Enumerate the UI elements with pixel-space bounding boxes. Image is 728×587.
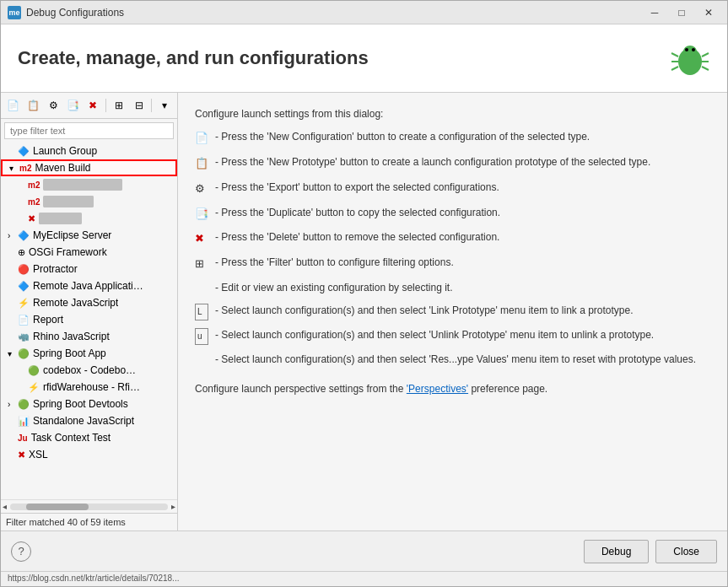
codebox-icon: 🟢 (28, 365, 40, 376)
toolbar-separator-1 (105, 99, 106, 112)
new-config-button[interactable]: 📄 (4, 96, 23, 115)
tree-item-redacted-3[interactable]: ✖ ██████ (1, 210, 177, 227)
more-dropdown-button[interactable]: ▾ (155, 96, 174, 115)
tree-item-osgi-framework[interactable]: ⊕ OSGi Framework (1, 244, 177, 261)
scroll-thumb[interactable] (26, 504, 89, 510)
tree-item-redacted-2[interactable]: m2 ███████ (1, 193, 177, 210)
horizontal-scrollbar[interactable]: ◂ ▸ (1, 499, 177, 513)
myeclipse-server-label: MyEclipse Server (33, 229, 111, 241)
tree-item-myeclipse-server[interactable]: › 🔷 MyEclipse Server (1, 227, 177, 244)
spring-devtools-icon: 🟢 (18, 399, 30, 410)
tree-item-rfidwarehouse[interactable]: ⚡ rfidWarehouse - Rfi… (1, 379, 177, 396)
report-label: Report (33, 314, 63, 326)
tree-item-report[interactable]: 📄 Report (1, 311, 177, 328)
rhino-icon: 🦏 (18, 331, 30, 342)
header-area: Create, manage, and run configurations (1, 24, 727, 93)
standalone-js-icon: 📊 (18, 416, 30, 427)
config-tree: 🔷 Launch Group ▾ m2 Maven Build m2 █████… (1, 143, 177, 499)
new-config-icon: 📄 (195, 130, 208, 148)
filter-status-text: Filter matched 40 of 59 items (6, 517, 126, 527)
rfidwarehouse-label: rfidWarehouse - Rfi… (43, 381, 140, 393)
tree-item-xsl[interactable]: ✖ XSL (1, 446, 177, 463)
help-button[interactable]: ? (11, 541, 31, 562)
protractor-icon: 🔴 (18, 264, 30, 275)
tree-item-spring-boot-devtools[interactable]: › 🟢 Spring Boot Devtools (1, 396, 177, 412)
instruction-new-prototype: 📋 - Press the 'New Prototype' button to … (195, 154, 710, 173)
toggle-spring-devtools[interactable]: › (8, 400, 18, 409)
protractor-label: Protractor (33, 263, 78, 275)
tree-toolbar: 📄 📋 ⚙ 📑 ✖ ⊞ ⊟ ▾ (1, 93, 177, 119)
svg-point-3 (692, 48, 695, 51)
delete-button[interactable]: ✖ (84, 96, 103, 115)
instruction-filter: ⊞ - Press the 'Filter' button to configu… (195, 255, 710, 273)
toolbar-separator-2 (151, 99, 152, 112)
tree-item-spring-boot-app[interactable]: ▾ 🟢 Spring Boot App (1, 345, 177, 362)
delete-icon: ✖ (195, 230, 208, 248)
instruction-export: ⚙ - Press the 'Export' button to export … (195, 180, 710, 198)
toggle-maven-build[interactable]: ▾ (9, 164, 19, 173)
close-window-button[interactable]: ✕ (697, 4, 720, 21)
maximize-button[interactable]: □ (670, 4, 693, 21)
tree-item-protractor[interactable]: 🔴 Protractor (1, 261, 177, 277)
instruction-delete: ✖ - Press the 'Delete' button to remove … (195, 229, 710, 248)
right-panel: Configure launch settings from this dial… (178, 93, 727, 530)
remote-js-icon: ⚡ (18, 298, 30, 309)
myeclipse-server-icon: 🔷 (18, 230, 30, 241)
xsl-icon: ✖ (18, 450, 25, 460)
collapse-button[interactable]: ⊟ (130, 96, 148, 115)
debug-button[interactable]: Debug (584, 540, 649, 563)
svg-line-4 (671, 53, 678, 57)
tree-item-remote-java[interactable]: 🔷 Remote Java Applicati… (1, 277, 177, 294)
redacted-1-label: ███████████ (43, 179, 122, 191)
maven-build-label: Maven Build (35, 162, 90, 174)
duplicate-icon: 📑 (195, 206, 208, 223)
tree-item-standalone-js[interactable]: 📊 Standalone JavaScript (1, 412, 177, 429)
close-button[interactable]: Close (655, 540, 717, 563)
duplicate-button[interactable]: 📑 (64, 96, 83, 115)
svg-line-6 (671, 67, 678, 70)
tree-item-remote-javascript[interactable]: ⚡ Remote JavaScript (1, 294, 177, 311)
minimize-button[interactable]: ─ (643, 4, 666, 21)
standalone-js-label: Standalone JavaScript (33, 415, 134, 427)
task-context-icon: Ju (18, 434, 28, 443)
new-prototype-button[interactable]: 📋 (24, 96, 43, 115)
app-icon: me (8, 6, 21, 19)
scroll-left-arrow[interactable]: ◂ (3, 502, 7, 511)
filter-status: Filter matched 40 of 59 items (1, 513, 177, 530)
scroll-right-arrow[interactable]: ▸ (171, 502, 175, 511)
osgi-label: OSGi Framework (29, 246, 107, 258)
perspectives-link[interactable]: 'Perspectives' (407, 383, 468, 395)
redacted-2-icon: m2 (28, 197, 40, 207)
svg-line-7 (702, 53, 709, 57)
export-icon: ⚙ (195, 180, 208, 198)
export-button[interactable]: ⚙ (44, 96, 62, 115)
debug-configurations-window: me Debug Configurations ─ □ ✕ Create, ma… (0, 0, 728, 587)
left-panel: 📄 📋 ⚙ 📑 ✖ ⊞ ⊟ ▾ 🔷 Launch (1, 93, 178, 530)
main-content: 📄 📋 ⚙ 📑 ✖ ⊞ ⊟ ▾ 🔷 Launch (1, 93, 727, 530)
toggle-myeclipse[interactable]: › (8, 231, 18, 240)
link-prototype-icon: L (195, 304, 208, 320)
rhino-label: Rhino JavaScript (33, 331, 110, 342)
spring-boot-icon: 🟢 (18, 348, 30, 359)
perspectives-intro: Configure launch perspective settings fr… (195, 383, 407, 395)
header-title: Create, manage, and run configurations (18, 47, 369, 69)
remote-java-icon: 🔷 (18, 281, 30, 292)
tree-item-maven-build[interactable]: ▾ m2 Maven Build (1, 159, 177, 176)
launch-group-label: Launch Group (33, 145, 97, 157)
filter-input[interactable] (4, 122, 174, 139)
tree-item-launch-group[interactable]: 🔷 Launch Group (1, 143, 177, 159)
tree-item-redacted-1[interactable]: m2 ███████████ (1, 176, 177, 193)
tree-item-codebox[interactable]: 🟢 codebox - Codebo… (1, 362, 177, 379)
intro-text: Configure launch settings from this dial… (195, 106, 710, 122)
tree-item-rhino-javascript[interactable]: 🦏 Rhino JavaScript (1, 328, 177, 345)
filter-button[interactable]: ⊞ (110, 96, 128, 115)
scroll-track[interactable] (10, 504, 168, 510)
toggle-spring-boot[interactable]: ▾ (8, 349, 18, 358)
perspectives-section: Configure launch perspective settings fr… (195, 381, 710, 397)
unlink-prototype-icon: u (195, 328, 208, 345)
remote-js-label: Remote JavaScript (33, 297, 118, 309)
spring-boot-label: Spring Boot App (33, 347, 106, 359)
action-buttons: Debug Close (584, 540, 717, 563)
tree-item-task-context-test[interactable]: Ju Task Context Test (1, 429, 177, 446)
svg-line-9 (702, 67, 709, 70)
